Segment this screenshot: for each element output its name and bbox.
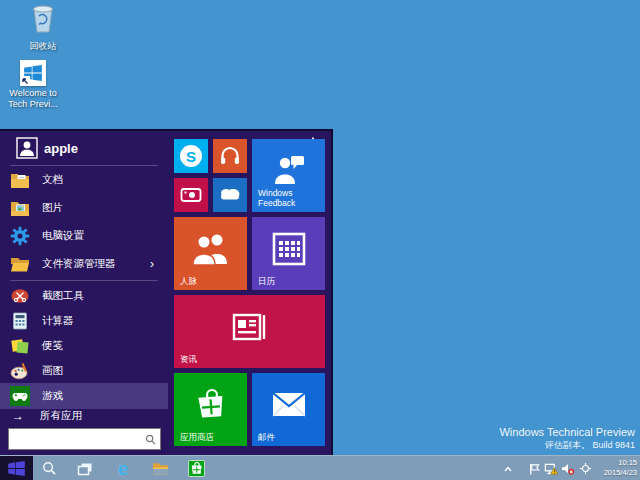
store-bag-icon [191, 385, 231, 425]
camera-icon [179, 183, 203, 207]
onedrive-cloud-icon [217, 185, 243, 205]
network-status-button[interactable] [544, 462, 558, 476]
start-item-sticky-notes[interactable]: 便笺 [0, 333, 168, 359]
tile-store[interactable]: 应用商店 [174, 373, 247, 446]
search-icon [145, 434, 156, 445]
volume-muted-icon [561, 462, 575, 476]
start-item-label: 游戏 [42, 389, 63, 403]
menu-divider [10, 165, 158, 166]
all-apps-label: 所有应用 [40, 409, 82, 423]
search-icon [42, 461, 57, 476]
tile-calendar[interactable]: 日历 [252, 217, 325, 290]
chevron-right-icon[interactable]: › [150, 257, 154, 271]
start-item-calculator[interactable]: 计算器 [0, 308, 168, 334]
shortcut-arrow-icon [20, 76, 30, 86]
desktop: 回收站 Welcome to Tech Previ... Windows Tec… [0, 0, 640, 480]
start-item-file-explorer[interactable]: 文件资源管理器 › [0, 251, 168, 277]
chevron-up-icon [503, 465, 513, 473]
tile-label: 邮件 [258, 432, 275, 442]
headphones-icon [218, 144, 242, 168]
windows-logo-icon [8, 461, 25, 476]
internet-explorer-button[interactable]: e [110, 456, 136, 480]
tile-label: 日历 [258, 276, 275, 286]
welcome-shortcut-desktop-icon[interactable]: Welcome to Tech Previ... [4, 60, 62, 110]
clock-time: 10:15 [589, 458, 637, 468]
calendar-icon [270, 230, 308, 268]
start-item-label: 文件资源管理器 [42, 257, 116, 271]
task-view-icon [77, 462, 93, 476]
tile-people[interactable]: 人脉 [174, 217, 247, 290]
internet-explorer-icon: e [118, 459, 129, 478]
file-explorer-icon [10, 254, 30, 274]
all-apps-button[interactable]: → 所有应用 [0, 407, 168, 425]
user-account-row[interactable]: apple [0, 135, 168, 161]
store-icon [188, 460, 205, 477]
calculator-icon [10, 311, 30, 331]
newspaper-icon [230, 311, 270, 343]
watermark-line2: 评估副本。 Build 9841 [499, 439, 635, 451]
recycle-bin-icon [28, 21, 58, 38]
people-icon [191, 232, 231, 266]
store-button[interactable] [183, 456, 209, 480]
sticky-notes-icon [10, 336, 30, 356]
recycle-bin-label: 回收站 [14, 41, 72, 52]
start-item-snipping-tool[interactable]: 截图工具 [0, 283, 168, 309]
taskbar-search-button[interactable] [36, 456, 62, 480]
all-apps-arrow-icon: → [12, 409, 24, 423]
tile-music[interactable] [213, 139, 247, 173]
start-item-label: 便笺 [42, 339, 63, 353]
tile-label: 应用商店 [180, 432, 214, 442]
settings-gear-icon [10, 226, 30, 246]
tile-windows-feedback[interactable]: Windows Feedback [252, 139, 325, 212]
start-item-pc-settings[interactable]: 电脑设置 [0, 223, 168, 249]
welcome-shortcut-label: Welcome to Tech Previ... [4, 88, 62, 110]
start-button[interactable] [0, 456, 33, 480]
skype-icon: S [180, 145, 202, 167]
start-item-label: 截图工具 [42, 289, 84, 303]
start-item-documents[interactable]: 文档 [0, 167, 168, 193]
tile-camera[interactable] [174, 178, 208, 212]
taskbar-clock[interactable]: 10:15 2015/4/23 [589, 458, 637, 478]
menu-divider [10, 280, 158, 281]
show-hidden-icons-button[interactable] [501, 462, 515, 476]
recycle-bin-desktop-icon[interactable]: 回收站 [14, 3, 72, 52]
start-item-pictures[interactable]: 图片 [0, 195, 168, 221]
games-xbox-icon [10, 386, 30, 406]
action-center-button[interactable] [527, 462, 541, 476]
snipping-tool-icon [10, 286, 30, 306]
flag-icon [528, 462, 541, 476]
start-search-input[interactable] [13, 430, 145, 448]
tile-label: 资讯 [180, 354, 197, 364]
tile-skype[interactable]: S [174, 139, 208, 173]
watermark-line1: Windows Technical Preview [499, 426, 635, 439]
tile-onedrive[interactable] [213, 178, 247, 212]
build-watermark: Windows Technical Preview 评估副本。 Build 98… [499, 426, 635, 451]
file-explorer-button[interactable] [147, 456, 173, 480]
start-item-label: 计算器 [42, 314, 74, 328]
volume-button[interactable] [561, 462, 575, 476]
paint-icon [10, 361, 30, 381]
start-item-paint[interactable]: 画图 [0, 358, 168, 384]
task-view-button[interactable] [72, 456, 98, 480]
tile-mail[interactable]: 邮件 [252, 373, 325, 446]
file-explorer-icon [152, 461, 169, 476]
start-menu: apple 文档 [0, 129, 333, 455]
start-item-games[interactable]: 游戏 [0, 383, 168, 409]
pictures-folder-icon [10, 198, 30, 218]
taskbar: e [0, 455, 640, 480]
clock-date: 2015/4/23 [589, 468, 637, 478]
start-item-label: 画图 [42, 364, 63, 378]
start-item-label: 图片 [42, 201, 63, 215]
user-avatar-icon [16, 137, 38, 159]
start-search-box[interactable] [8, 428, 161, 450]
start-item-label: 电脑设置 [42, 229, 84, 243]
mail-envelope-icon [269, 390, 309, 420]
system-tray [501, 456, 592, 480]
start-item-label: 文档 [42, 173, 63, 187]
welcome-shortcut-icon [20, 60, 46, 86]
feedback-person-icon [272, 154, 306, 186]
tile-label: 人脉 [180, 276, 197, 286]
tile-news[interactable]: 资讯 [174, 295, 325, 368]
network-warning-icon [544, 462, 558, 476]
user-name: apple [44, 141, 78, 156]
